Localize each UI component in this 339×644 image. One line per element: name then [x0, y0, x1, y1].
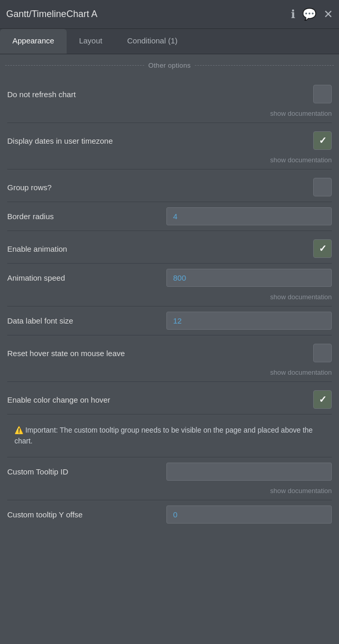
tab-appearance[interactable]: Appearance: [0, 29, 67, 54]
warning-text: Important: The custom tooltip group need…: [14, 426, 313, 445]
label-group-rows: Group rows?: [7, 183, 52, 192]
label-custom-tooltip-id: Custom Tooltip ID: [7, 467, 68, 476]
divider-left: [5, 65, 144, 66]
doc-link-reset-hover[interactable]: show documentation: [0, 367, 339, 381]
label-reset-hover-state: Reset hover state on mouse leave: [7, 349, 125, 358]
checkmark-enable-animation: ✓: [319, 243, 327, 254]
row-custom-tooltip-y-offset: Custom tooltip Y offse: [0, 500, 339, 529]
checkmark-color-change: ✓: [319, 394, 327, 405]
row-animation-speed: Animation speed: [0, 264, 339, 292]
row-display-dates-timezone: Display dates in user timezone ✓: [0, 123, 339, 155]
row-group-rows: Group rows? ✓: [0, 170, 339, 202]
doc-link-animation-speed[interactable]: show documentation: [0, 292, 339, 306]
tab-layout[interactable]: Layout: [67, 29, 115, 54]
label-display-dates-timezone: Display dates in user timezone: [7, 136, 113, 145]
input-animation-speed[interactable]: [166, 269, 332, 287]
warning-icon: ⚠️: [14, 426, 23, 434]
label-border-radius: Border radius: [7, 212, 54, 221]
checkbox-group-rows[interactable]: ✓: [313, 178, 332, 196]
comment-icon[interactable]: 💬: [302, 8, 316, 21]
header: Gantt/TimelineChart A ℹ 💬 ✕: [0, 0, 339, 29]
warning-box: ⚠️ Important: The custom tooltip group n…: [7, 419, 332, 453]
input-border-radius[interactable]: [166, 207, 332, 225]
header-icons: ℹ 💬 ✕: [291, 8, 333, 21]
section-divider: Other options: [0, 54, 339, 76]
checkbox-enable-color-change-hover[interactable]: ✓: [313, 390, 332, 409]
label-do-not-refresh-chart: Do not refresh chart: [7, 90, 76, 99]
checkbox-do-not-refresh-chart[interactable]: ✓: [313, 85, 332, 103]
doc-link-display-dates[interactable]: show documentation: [0, 155, 339, 169]
doc-link-do-not-refresh[interactable]: show documentation: [0, 109, 339, 122]
row-enable-animation: Enable animation ✓: [0, 231, 339, 263]
label-custom-tooltip-y-offset: Custom tooltip Y offse: [7, 510, 83, 519]
page-title: Gantt/TimelineChart A: [6, 9, 97, 20]
row-reset-hover-state: Reset hover state on mouse leave ✓: [0, 335, 339, 367]
divider-right: [195, 65, 334, 66]
checkmark-display-dates: ✓: [319, 135, 327, 146]
input-data-label-font-size[interactable]: [166, 312, 332, 330]
input-custom-tooltip-id[interactable]: [166, 463, 332, 481]
label-enable-color-change-hover: Enable color change on hover: [7, 395, 110, 404]
label-enable-animation: Enable animation: [7, 244, 67, 253]
checkbox-enable-animation[interactable]: ✓: [313, 239, 332, 258]
sep-9: [7, 414, 332, 415]
divider-label: Other options: [148, 62, 191, 69]
content: Other options Do not refresh chart ✓ sho…: [0, 54, 339, 539]
row-enable-color-change-hover: Enable color change on hover ✓: [0, 382, 339, 414]
row-border-radius: Border radius: [0, 202, 339, 231]
checkbox-reset-hover-state[interactable]: ✓: [313, 344, 332, 362]
input-custom-tooltip-y-offset[interactable]: [166, 505, 332, 524]
row-data-label-font-size: Data label font size: [0, 306, 339, 335]
close-icon[interactable]: ✕: [323, 8, 333, 21]
info-icon[interactable]: ℹ: [291, 8, 295, 21]
tabs: Appearance Layout Conditional (1): [0, 29, 339, 54]
row-custom-tooltip-id: Custom Tooltip ID: [0, 457, 339, 486]
checkbox-display-dates-timezone[interactable]: ✓: [313, 131, 332, 150]
doc-link-custom-tooltip-id[interactable]: show documentation: [0, 486, 339, 500]
row-do-not-refresh-chart: Do not refresh chart ✓: [0, 76, 339, 109]
label-data-label-font-size: Data label font size: [7, 316, 73, 325]
tab-conditional[interactable]: Conditional (1): [115, 29, 190, 54]
label-animation-speed: Animation speed: [7, 273, 65, 282]
